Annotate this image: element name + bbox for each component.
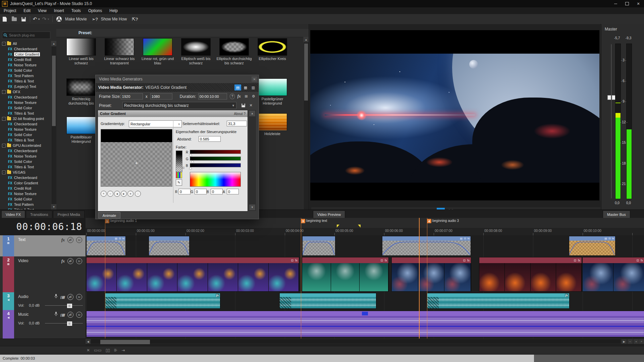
track-fx-icon[interactable]: fx — [61, 238, 65, 243]
loop-region-end-icon[interactable] — [358, 225, 361, 228]
plugin-chain-icon[interactable]: ▤ — [234, 84, 241, 90]
event-header-icon[interactable]: ⊡ — [291, 259, 293, 262]
make-movie-label[interactable]: Make Movie — [65, 17, 87, 21]
tree-expand-icon[interactable]: – — [2, 42, 6, 46]
tree-item[interactable]: FXNoise Texture — [0, 191, 51, 196]
green-slider[interactable] — [190, 157, 241, 161]
blue-slider[interactable] — [190, 163, 241, 167]
preset-card[interactable]: Rechteckig durchsichtig bis — [62, 78, 100, 106]
scrollbar-thumb[interactable] — [100, 340, 150, 344]
volume-slider[interactable] — [45, 305, 83, 306]
tree-item[interactable]: FXTest Pattern — [0, 73, 51, 78]
dialog-scrollbar[interactable]: ▲ ▼ — [249, 110, 256, 211]
help-icon[interactable]: ? — [230, 94, 235, 99]
make-movie-button[interactable] — [55, 15, 63, 23]
scroll-right-icon[interactable]: ▶ — [622, 339, 627, 344]
tree-item[interactable]: FXCredit Roll — [0, 57, 51, 62]
menu-project[interactable]: Project — [0, 7, 20, 14]
tree-expand-icon[interactable]: – — [2, 90, 6, 94]
tree-folder[interactable]: –VEGAS — [0, 170, 51, 175]
timeline-marker[interactable]: 3beginning text — [301, 219, 327, 223]
timeline-marker[interactable]: 4beginning audio 3 — [427, 219, 459, 223]
solo-icon[interactable]: S! — [76, 312, 82, 318]
alpha-gradient-swatch[interactable] — [176, 150, 182, 172]
tree-item[interactable]: FXSolid Color — [0, 105, 51, 111]
preset-card[interactable]: Elliptischer Kreis — [254, 38, 291, 61]
tree-item[interactable]: FXTitles & Text — [0, 207, 51, 209]
tree-item[interactable]: FXColor Gradient — [0, 180, 51, 186]
plugin-search-box[interactable] — [2, 32, 50, 39]
control-point-crosshair[interactable]: + — [135, 160, 138, 165]
tab-video-preview[interactable]: Video Preview — [313, 210, 345, 218]
tree-item[interactable]: FXNoise Texture — [0, 62, 51, 68]
text-event[interactable]: ▤⊡fx — [569, 236, 615, 256]
scroll-up-icon[interactable]: ▲ — [249, 111, 255, 116]
frame-height-field[interactable] — [150, 93, 172, 100]
control-points-canvas[interactable]: + — [101, 129, 172, 187]
minimize-button[interactable] — [610, 0, 621, 7]
scroll-up-icon[interactable]: ▲ — [51, 41, 56, 46]
tree-expand-icon[interactable]: – — [2, 144, 6, 147]
track-name[interactable]: Music — [18, 312, 29, 317]
event-header-icon[interactable]: ⊡ — [636, 259, 639, 262]
timeline-scrollbar[interactable]: ◀ ▶ − + ⌕ — [86, 339, 644, 345]
open-project-button[interactable] — [10, 15, 18, 23]
video-event[interactable]: ⊡fx — [479, 257, 582, 292]
distance-field[interactable] — [199, 136, 221, 142]
tree-item[interactable]: FXNoise Texture — [0, 127, 51, 132]
tree-folder[interactable]: –32-bit floating point — [0, 116, 51, 121]
fx-icon[interactable]: fx — [236, 94, 242, 100]
record-arm-icon[interactable] — [54, 312, 58, 318]
redo-button[interactable]: ↷▼ — [42, 15, 50, 23]
preset-card[interactable]: Linear rot, grün und blau — [139, 38, 176, 65]
event-header-icon[interactable]: fx — [122, 237, 124, 240]
aspect-angle-field[interactable] — [227, 121, 247, 126]
video-event[interactable]: ⊡fx — [86, 257, 299, 292]
tree-item[interactable]: FXCheckerboard — [0, 95, 51, 100]
about-link[interactable]: About ? — [234, 112, 246, 116]
music-event[interactable] — [86, 311, 644, 337]
tree-item[interactable]: FXTitles & Text — [0, 111, 51, 116]
new-project-button[interactable] — [0, 15, 9, 23]
event-header-icon[interactable]: fx — [295, 259, 298, 262]
scroll-down-icon[interactable]: ▼ — [249, 204, 255, 210]
preset-card[interactable]: Linear schwarz bis transparent — [101, 38, 138, 65]
scrollbar-track[interactable] — [91, 339, 621, 344]
fit-view-icon[interactable]: ⌖ — [127, 191, 133, 197]
video-event[interactable]: ⊡fx — [391, 257, 471, 292]
video-event[interactable]: ⊡fx — [582, 257, 644, 292]
volume-slider-handle[interactable] — [67, 321, 72, 326]
volume-slider-handle[interactable] — [67, 304, 72, 308]
tree-folder[interactable]: –GPU Accelerated — [0, 143, 51, 148]
tab-transitions[interactable]: Transitions — [26, 210, 52, 218]
split-tool-icon[interactable]: ▯▯ — [106, 348, 110, 353]
menu-insert[interactable]: Insert — [50, 7, 68, 14]
zoom-in-timeline-icon[interactable]: + — [634, 339, 639, 344]
show-me-how-button[interactable]: ➣? — [91, 15, 99, 23]
tree-item[interactable]: FXColor Gradient — [0, 52, 51, 57]
close-button[interactable]: ✕ — [633, 0, 644, 7]
event-header-icon[interactable]: ⊡ — [464, 237, 466, 240]
event-header-icon[interactable]: fx — [578, 259, 580, 262]
bypass-motion-blur-icon[interactable]: M — [67, 294, 73, 300]
menu-view[interactable]: View — [34, 7, 50, 14]
tree-item[interactable]: FXSolid Color — [0, 159, 51, 164]
tree-folder[interactable]: –All — [0, 41, 51, 46]
preset-card[interactable]: Pastellgrüner Hintergrund — [254, 78, 291, 106]
tree-item[interactable]: FXNoise Texture — [0, 154, 51, 159]
tree-item[interactable]: FXTitles & Text — [0, 164, 51, 170]
track-lane[interactable]: ⊡fx⊡fx⊡fx⊡fx⊡fx — [86, 256, 644, 293]
tree-expand-icon[interactable]: – — [2, 117, 6, 121]
bypass-motion-blur-icon[interactable]: M — [67, 237, 73, 243]
tree-item[interactable]: FX(Legacy) Text — [0, 84, 51, 89]
marker-flag-icon[interactable]: 4 — [427, 219, 431, 223]
track-header-music[interactable]: 4◀Musicf▤MS!Vol:0,0 dB — [0, 310, 86, 339]
audio-event[interactable]: fx — [105, 293, 220, 309]
track-fx-icon[interactable]: f▤ — [60, 313, 65, 317]
tree-item[interactable]: FXTitles & Text — [0, 137, 51, 143]
preset-card[interactable]: Pastellblauer Hintergrund — [62, 117, 100, 144]
text-event[interactable] — [149, 236, 190, 256]
time-ruler[interactable]: 00:00:00:0000:00:01:0000:00:02:0000:00:0… — [86, 228, 644, 236]
text-event[interactable] — [302, 236, 335, 256]
preset-card[interactable]: Elliptisch weiß bis schwarz — [177, 38, 215, 65]
